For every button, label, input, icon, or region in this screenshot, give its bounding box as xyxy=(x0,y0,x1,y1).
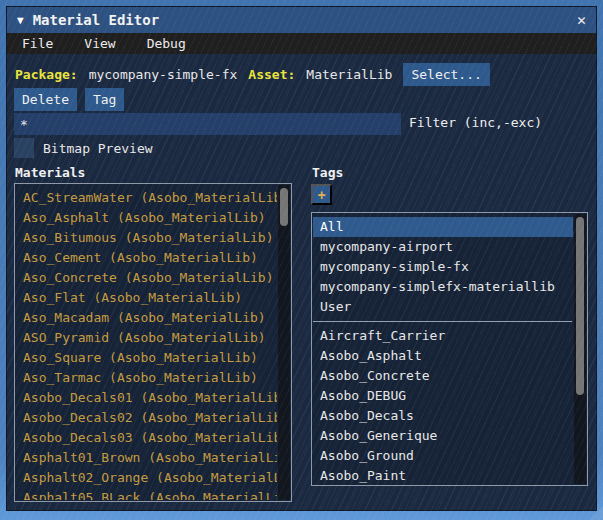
tags-label: Tags xyxy=(312,165,343,180)
menu-view[interactable]: View xyxy=(69,36,131,51)
bitmap-preview-label: Bitmap Preview xyxy=(43,141,153,156)
add-tag-button[interactable]: + xyxy=(311,184,332,205)
tag-item[interactable]: User xyxy=(313,297,573,317)
material-item[interactable]: Aso_Cement (Asobo_MaterialLib) xyxy=(16,248,277,268)
tag-item[interactable]: Asobo_DEBUG xyxy=(313,386,573,406)
tag-item[interactable]: Asobo_Asphalt xyxy=(313,346,573,366)
materials-list: AC_StreamWater (Asobo_MaterialLib)Aso_As… xyxy=(16,185,277,500)
material-item[interactable]: Aso_Flat (Asobo_MaterialLib) xyxy=(16,288,277,308)
filter-label: Filter (inc,-exc) xyxy=(409,115,542,130)
title-bar[interactable]: ▼ Material Editor ✕ xyxy=(7,7,596,33)
materials-scrollbar[interactable] xyxy=(278,185,290,500)
tags-list: Allmycompany-airportmycompany-simple-fxm… xyxy=(313,214,573,484)
material-item[interactable]: ASO_Pyramid (Asobo_MaterialLib) xyxy=(16,328,277,348)
material-editor-window: ▼ Material Editor ✕ File View Debug Pack… xyxy=(6,6,597,511)
materials-scrollbar-thumb[interactable] xyxy=(280,188,288,226)
tags-listbox: Allmycompany-airportmycompany-simple-fxm… xyxy=(311,212,588,486)
tag-item[interactable]: Asobo_Generique xyxy=(313,426,573,446)
tag-item[interactable]: Asobo_Concrete xyxy=(313,366,573,386)
tag-item[interactable]: Asobo_Ground xyxy=(313,446,573,466)
collapse-triangle-icon[interactable]: ▼ xyxy=(17,14,24,27)
material-item[interactable]: Aso_Asphalt (Asobo_MaterialLib) xyxy=(16,208,277,228)
material-item[interactable]: Aso_Bitumous (Asobo_MaterialLib) xyxy=(16,228,277,248)
tag-item[interactable]: Asobo_Decals xyxy=(313,406,573,426)
tag-item-selected[interactable]: All xyxy=(313,217,573,237)
package-label: Package: xyxy=(15,67,78,82)
material-item[interactable]: Asobo_Decals02 (Asobo_MaterialLib) xyxy=(16,408,277,428)
material-editor-window-frame: ▼ Material Editor ✕ File View Debug Pack… xyxy=(0,0,603,520)
menu-debug[interactable]: Debug xyxy=(132,36,202,51)
tag-button[interactable]: Tag xyxy=(85,88,124,111)
material-item[interactable]: Asphalt05_BLack (Asobo_MaterialLib) xyxy=(16,488,277,500)
close-icon[interactable]: ✕ xyxy=(577,11,586,29)
action-buttons-row: Delete Tag xyxy=(14,88,124,111)
materials-label: Materials xyxy=(15,165,85,180)
asset-label: Asset: xyxy=(248,67,295,82)
material-item[interactable]: Aso_Tarmac (Asobo_MaterialLib) xyxy=(16,368,277,388)
material-item[interactable]: Asphalt01_Brown (Asobo_MaterialLib) xyxy=(16,448,277,468)
menu-bar: File View Debug xyxy=(7,33,596,54)
tags-scrollbar-thumb[interactable] xyxy=(576,217,584,395)
bitmap-preview-row: Bitmap Preview xyxy=(14,138,153,158)
menu-file[interactable]: File xyxy=(7,36,69,51)
tags-scrollbar[interactable] xyxy=(574,214,586,484)
tag-item[interactable]: Aircraft_Carrier xyxy=(313,326,573,346)
filter-input[interactable]: * xyxy=(14,113,401,135)
delete-button[interactable]: Delete xyxy=(14,88,77,111)
material-item[interactable]: Aso_Macadam (Asobo_MaterialLib) xyxy=(16,308,277,328)
tag-item[interactable]: mycompany-simple-fx xyxy=(313,257,573,277)
select-button[interactable]: Select... xyxy=(403,63,489,86)
tag-item[interactable]: mycompany-simplefx-materiallib xyxy=(313,277,573,297)
material-item[interactable]: Asobo_Decals01 (Asobo_MaterialLib) xyxy=(16,388,277,408)
bitmap-preview-checkbox[interactable] xyxy=(14,138,34,158)
tag-item[interactable]: mycompany-airport xyxy=(313,237,573,257)
resize-grip[interactable] xyxy=(589,506,603,520)
tag-item[interactable]: Asobo_Paint xyxy=(313,466,573,484)
package-value: mycompany-simple-fx xyxy=(89,67,238,82)
asset-value: MaterialLib xyxy=(306,67,392,82)
material-item[interactable]: Asphalt02_Orange (Asobo_MaterialLib) xyxy=(16,468,277,488)
package-asset-row: Package: mycompany-simple-fx Asset: Mate… xyxy=(15,63,490,85)
material-item[interactable]: AC_StreamWater (Asobo_MaterialLib) xyxy=(16,188,277,208)
materials-listbox: AC_StreamWater (Asobo_MaterialLib)Aso_As… xyxy=(14,183,292,502)
window-title: Material Editor xyxy=(33,12,159,28)
material-item[interactable]: Aso_Square (Asobo_MaterialLib) xyxy=(16,348,277,368)
material-item[interactable]: Asobo_Decals03 (Asobo_MaterialLib) xyxy=(16,428,277,448)
tag-list-divider xyxy=(313,321,572,322)
material-item[interactable]: Aso_Concrete (Asobo_MaterialLib) xyxy=(16,268,277,288)
